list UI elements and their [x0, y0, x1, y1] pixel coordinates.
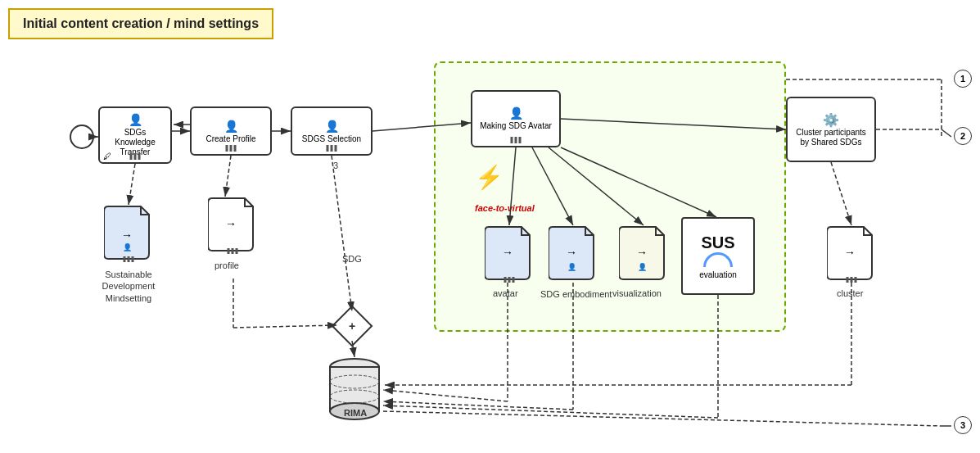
svg-text:→: → [121, 229, 133, 242]
task-sdgs-knowledge[interactable]: 👤 SDGs Knowledge Transfer 🖊 [98, 106, 172, 164]
user-icon-2: 👤 [224, 120, 238, 133]
start-event [70, 125, 94, 149]
loop-count: 3 [333, 161, 338, 170]
doc-profile: → [208, 197, 257, 254]
sub-icon: 🖊 [103, 152, 111, 161]
task-sdgs-selection[interactable]: 👤 SDGS Selection [291, 106, 373, 156]
sus-text: SUS [701, 233, 734, 252]
cluster-label: Cluster participants by Shared SDGs [791, 128, 871, 147]
svg-text:→: → [844, 246, 856, 259]
avatar-label: avatar [493, 288, 518, 298]
svg-line-34 [942, 129, 951, 137]
svg-text:→: → [225, 217, 237, 230]
user-icon-4: 👤 [509, 106, 523, 120]
svg-text:👤: 👤 [638, 262, 648, 272]
circle-3: 3 [954, 416, 972, 434]
svg-text:→: → [636, 246, 648, 259]
svg-text:→: → [502, 246, 513, 259]
rima-label: RIMA [344, 408, 367, 418]
svg-line-23 [225, 156, 231, 197]
svg-line-46 [383, 405, 718, 418]
doc-visualization: → 👤 [619, 225, 668, 283]
face-to-virtual-label: face-to-virtual [475, 203, 535, 213]
task-bars [130, 153, 141, 160]
doc-avatar: → [485, 225, 534, 283]
task-create-profile[interactable]: 👤 Create Profile [190, 106, 272, 156]
circle-1: 1 [954, 70, 972, 88]
cluster-doc-label: cluster [837, 288, 863, 298]
lightning-icon: ⚡ [475, 164, 504, 191]
task-bars-3 [327, 145, 337, 152]
svg-line-40 [383, 390, 508, 401]
doc-sustainable: → 👤 [104, 205, 153, 262]
doc-sdg-embodiment: → 👤 [549, 225, 598, 283]
circle-2: 2 [954, 127, 972, 145]
sdgs-selection-label: SDGS Selection [302, 134, 361, 143]
task-bars-2 [226, 145, 237, 152]
task-bars-4 [511, 137, 522, 143]
svg-line-24 [332, 156, 352, 311]
evaluation-label: evaluation [699, 270, 737, 279]
svg-text:👤: 👤 [567, 262, 577, 272]
svg-line-38 [233, 325, 337, 328]
doc-cluster: → [827, 225, 876, 283]
svg-text:→: → [566, 246, 577, 259]
diagram-container: Initial content creation / mind settings… [0, 0, 980, 453]
gear-icon: ⚙️ [823, 112, 839, 128]
sus-arc [703, 252, 733, 267]
diagram-title: Initial content creation / mind settings [8, 8, 273, 39]
sdg-embodiment-label: SDG embodiment [540, 288, 612, 300]
profile-label: profile [215, 260, 239, 270]
user-icon: 👤 [129, 113, 142, 126]
svg-line-30 [831, 162, 851, 225]
task-making-sdg[interactable]: 👤 Making SDG Avatar [471, 90, 561, 147]
visualization-label: visualization [612, 288, 662, 298]
task-cluster[interactable]: ⚙️ Cluster participants by Shared SDGs [786, 97, 876, 162]
create-profile-label: Create Profile [205, 134, 255, 143]
svg-text:👤: 👤 [123, 242, 133, 252]
svg-line-43 [383, 411, 942, 426]
svg-line-42 [383, 401, 573, 410]
svg-line-22 [129, 164, 135, 205]
sus-evaluation: SUS evaluation [681, 217, 755, 295]
sustainable-label: Sustainable Development Mindsetting [92, 269, 165, 304]
sdg-label: SDG [342, 254, 362, 264]
making-sdg-label: Making SDG Avatar [480, 121, 552, 131]
user-icon-3: 👤 [325, 120, 339, 133]
